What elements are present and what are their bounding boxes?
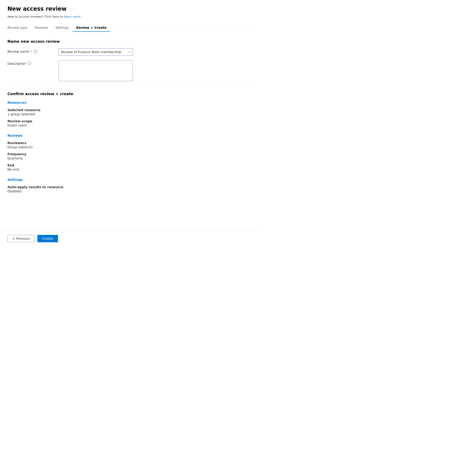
description-info-icon[interactable]: i: [27, 62, 31, 65]
settings-title: Settings: [7, 178, 255, 182]
frequency-label: Frequency: [7, 152, 255, 156]
more-options-icon[interactable]: ···: [69, 6, 74, 11]
review-name-group: Review name * i ✓: [7, 48, 255, 56]
end-label: End: [7, 163, 255, 167]
frequency-value: Quarterly: [7, 156, 255, 160]
review-name-check-icon: ✓: [128, 50, 131, 54]
review-name-input[interactable]: [59, 48, 133, 56]
selected-resource-item: Selected resource 1 group selected: [7, 108, 255, 116]
confirm-section: Confirm access review + create Resources…: [7, 92, 255, 193]
confirm-section-heading: Confirm access review + create: [7, 92, 255, 96]
learn-more-link[interactable]: learn more.: [64, 15, 82, 18]
reviewers-label: Reviewers: [7, 141, 255, 145]
end-value: No end: [7, 168, 255, 171]
page-title: New access review: [7, 6, 67, 12]
main-content: New access review ··· New to access revi…: [0, 0, 262, 231]
page-title-row: New access review ···: [7, 6, 255, 12]
resources-section: Resources Selected resource 1 group sele…: [7, 101, 255, 127]
previous-button[interactable]: < Previous: [7, 235, 35, 242]
resources-title: Resources: [7, 101, 255, 104]
learn-more-text: New to access reviews? Click here to: [7, 15, 63, 18]
section-divider: [7, 86, 255, 86]
reviewers-value: Group owner(s): [7, 145, 255, 149]
selected-resource-value: 1 group selected: [7, 112, 255, 116]
tab-settings[interactable]: Settings: [52, 24, 72, 32]
review-scope-value: Guest users: [7, 124, 255, 127]
reviewers-item: Reviewers Group owner(s): [7, 141, 255, 149]
name-section-heading: Name new access review: [7, 39, 255, 44]
settings-section: Settings Auto-apply results to resource …: [7, 178, 255, 193]
frequency-item: Frequency Quarterly: [7, 152, 255, 160]
learn-more-row: New to access reviews? Click here to lea…: [7, 15, 255, 18]
reviews-title: Reviews: [7, 134, 255, 137]
description-group: Description i: [7, 60, 255, 81]
tab-review-type[interactable]: Review type: [7, 24, 31, 32]
auto-apply-value: Disabled: [7, 189, 255, 193]
reviews-section: Reviews Reviewers Group owner(s) Frequen…: [7, 134, 255, 171]
review-scope-item: Review scope Guest users: [7, 119, 255, 127]
review-scope-label: Review scope: [7, 119, 255, 123]
end-item: End No end: [7, 163, 255, 171]
auto-apply-label: Auto-apply results to resource: [7, 185, 255, 189]
review-name-input-wrapper: ✓: [59, 48, 133, 56]
auto-apply-item: Auto-apply results to resource Disabled: [7, 185, 255, 193]
required-star: *: [31, 50, 32, 53]
review-name-label: Review name * i: [7, 48, 59, 53]
tabs-row: Review type Reviews Settings Review + Cr…: [7, 24, 255, 32]
tab-review-create[interactable]: Review + Create: [72, 24, 110, 32]
selected-resource-label: Selected resource: [7, 108, 255, 112]
review-name-info-icon[interactable]: i: [34, 50, 37, 53]
description-label: Description i: [7, 60, 59, 65]
name-section: Name new access review Review name * i ✓…: [7, 39, 255, 81]
footer-bar: < Previous Create: [0, 231, 262, 246]
tab-reviews[interactable]: Reviews: [31, 24, 52, 32]
description-input[interactable]: [59, 60, 133, 81]
page-container: New access review ··· New to access revi…: [0, 0, 262, 246]
create-button[interactable]: Create: [37, 235, 58, 242]
